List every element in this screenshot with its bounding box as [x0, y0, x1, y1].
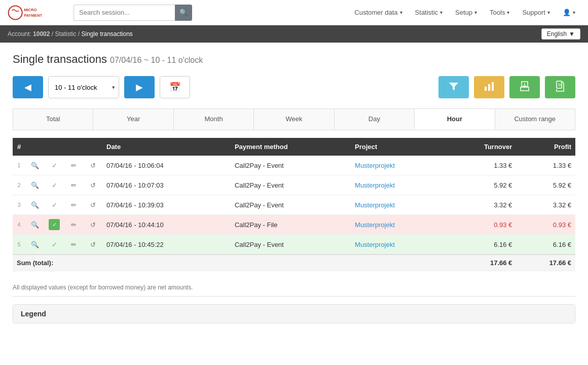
col-turnover: Turnover — [445, 138, 516, 156]
row-project[interactable]: Musterprojekt — [351, 156, 445, 175]
search-icon[interactable]: 🔍 — [29, 179, 41, 191]
row-profit: 0.93 € — [516, 215, 575, 235]
filter-button[interactable] — [438, 76, 469, 98]
nav-user[interactable]: 👤 ▾ — [558, 6, 580, 19]
row-turnover: 1.33 € — [445, 156, 516, 175]
check-icon[interactable]: ✓ — [49, 160, 60, 171]
row-check-action[interactable]: ✓ — [45, 175, 64, 195]
undo-icon[interactable]: ↺ — [87, 219, 98, 230]
breadcrumb-statistic-link[interactable]: Statistic — [55, 30, 76, 38]
row-search-action[interactable]: 🔍 — [25, 215, 45, 235]
search-icon[interactable]: 🔍 — [29, 239, 41, 250]
row-edit-action[interactable]: ✏ — [64, 156, 83, 175]
row-project[interactable]: Musterprojekt — [351, 235, 445, 255]
edit-icon[interactable]: ✏ — [68, 239, 79, 250]
period-tabs: Total Year Month Week Day Hour Custom ra… — [13, 108, 575, 130]
nav-setup[interactable]: Setup ▾ — [450, 6, 482, 19]
row-payment-method: Call2Pay - Event — [231, 175, 351, 195]
row-undo-action[interactable]: ↺ — [83, 235, 102, 255]
time-select[interactable]: 10 - 11 o'clock 09 - 10 o'clock 11 - 12 … — [48, 76, 119, 98]
row-undo-action[interactable]: ↺ — [83, 175, 102, 195]
row-search-action[interactable]: 🔍 — [25, 235, 45, 255]
language-selector[interactable]: English ▼ — [541, 28, 580, 40]
row-turnover: 0.93 € — [445, 215, 516, 235]
undo-icon[interactable]: ↺ — [87, 179, 98, 191]
nav-statistic[interactable]: Statistic ▾ — [410, 6, 448, 19]
row-date: 07/04/16 - 10:06:04 — [102, 156, 231, 175]
sum-label: Sum (total): — [13, 254, 445, 271]
undo-icon[interactable]: ↺ — [87, 160, 98, 171]
tab-month[interactable]: Month — [174, 109, 254, 130]
chart-button[interactable] — [474, 76, 504, 98]
row-search-action[interactable]: 🔍 — [25, 175, 45, 195]
row-number: 4 — [13, 215, 25, 235]
check-icon[interactable]: ✓ — [49, 199, 60, 210]
search-icon[interactable]: 🔍 — [29, 219, 41, 230]
undo-icon[interactable]: ↺ — [87, 239, 98, 250]
col-date: Date — [102, 138, 231, 156]
row-undo-action[interactable]: ↺ — [83, 215, 102, 235]
row-project[interactable]: Musterprojekt — [351, 215, 445, 235]
check-icon[interactable]: ✓ — [49, 239, 60, 250]
row-search-action[interactable]: 🔍 — [25, 195, 45, 215]
row-check-action[interactable]: ✓ — [45, 215, 64, 235]
row-edit-action[interactable]: ✏ — [64, 215, 83, 235]
svg-point-0 — [9, 6, 22, 19]
pdf-button[interactable] — [545, 76, 575, 98]
tab-custom-range[interactable]: Custom range — [495, 109, 575, 130]
controls-row: ◀ 10 - 11 o'clock 09 - 10 o'clock 11 - 1… — [13, 76, 575, 98]
search-icon[interactable]: 🔍 — [29, 160, 41, 171]
pdf-icon — [555, 81, 566, 94]
row-project[interactable]: Musterprojekt — [351, 175, 445, 195]
table-row: 4 🔍 ✓ ✏ ↺ 07/04/16 - 10:44:10 Call2Pay -… — [13, 215, 575, 235]
search-input[interactable] — [74, 5, 175, 21]
edit-icon[interactable]: ✏ — [68, 160, 79, 171]
tab-hour[interactable]: Hour — [415, 109, 495, 130]
row-edit-action[interactable]: ✏ — [64, 195, 83, 215]
row-profit: 1.33 € — [516, 156, 575, 175]
row-turnover: 5.92 € — [445, 175, 516, 195]
nav-items: Customer data ▾ Statistic ▾ Setup ▾ Tool… — [349, 6, 580, 19]
row-check-action[interactable]: ✓ — [45, 156, 64, 175]
search-button[interactable]: 🔍 — [175, 5, 192, 21]
breadcrumb-bar: Account: 10002 / Statistic / Single tran… — [0, 25, 588, 43]
row-search-action[interactable]: 🔍 — [25, 156, 45, 175]
row-undo-action[interactable]: ↺ — [83, 156, 102, 175]
nav-customer-data[interactable]: Customer data ▾ — [349, 6, 407, 19]
page-title: Single transactions 07/04/16 ~ 10 - 11 o… — [13, 53, 575, 66]
export-button[interactable] — [509, 76, 540, 98]
row-edit-action[interactable]: ✏ — [64, 235, 83, 255]
chevron-down-icon: ▾ — [400, 10, 402, 15]
calendar-button[interactable]: 📅 — [160, 76, 190, 98]
row-turnover: 3.32 € — [445, 195, 516, 215]
row-edit-action[interactable]: ✏ — [64, 175, 83, 195]
tab-day[interactable]: Day — [335, 109, 415, 130]
tab-total[interactable]: Total — [13, 109, 93, 130]
footer-note: All displayed values (except for borrowe… — [13, 284, 575, 297]
next-button[interactable]: ▶ — [124, 76, 155, 98]
chevron-down-icon: ▾ — [507, 10, 509, 15]
row-check-action[interactable]: ✓ — [45, 235, 64, 255]
row-payment-method: Call2Pay - Event — [231, 195, 351, 215]
search-bar: 🔍 — [74, 5, 226, 21]
edit-icon[interactable]: ✏ — [68, 179, 79, 191]
nav-tools[interactable]: Tools ▾ — [485, 6, 514, 19]
check-icon[interactable]: ✓ — [49, 179, 60, 191]
tab-year[interactable]: Year — [93, 109, 173, 130]
edit-icon[interactable]: ✏ — [68, 199, 79, 210]
brand-logo: MICRO PAYMENT — [8, 4, 63, 22]
row-check-action[interactable]: ✓ — [45, 195, 64, 215]
undo-icon[interactable]: ↺ — [87, 199, 98, 210]
nav-support[interactable]: Support ▾ — [517, 6, 555, 19]
page-content: Single transactions 07/04/16 ~ 10 - 11 o… — [0, 43, 588, 334]
search-icon[interactable]: 🔍 — [29, 199, 41, 210]
tab-week[interactable]: Week — [254, 109, 334, 130]
row-date: 07/04/16 - 10:07:03 — [102, 175, 231, 195]
legend-section: Legend — [13, 304, 575, 323]
row-number: 1 — [13, 156, 25, 175]
edit-icon[interactable]: ✏ — [68, 219, 79, 230]
row-project[interactable]: Musterprojekt — [351, 195, 445, 215]
check-icon[interactable]: ✓ — [49, 219, 60, 230]
row-undo-action[interactable]: ↺ — [83, 195, 102, 215]
prev-button[interactable]: ◀ — [13, 76, 43, 98]
